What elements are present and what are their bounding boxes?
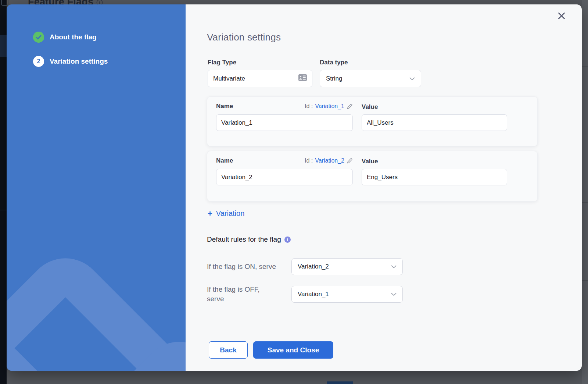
- variation-id-group: Id : Variation_1: [305, 103, 353, 110]
- info-filled-icon: i: [284, 237, 291, 243]
- value-label: Value: [362, 103, 378, 111]
- close-icon: [557, 11, 566, 20]
- chevron-down-icon: [391, 291, 397, 298]
- back-button[interactable]: Back: [209, 341, 248, 359]
- wizard-step-about-the-flag[interactable]: About the flag: [7, 32, 186, 43]
- variation-value-input[interactable]: [362, 169, 507, 185]
- flag-type-value: Multivariate: [213, 75, 245, 82]
- close-button[interactable]: [556, 10, 567, 21]
- rule-off-value: Variation_1: [298, 291, 329, 298]
- chevron-down-icon: [391, 263, 397, 270]
- variation-name-input[interactable]: [216, 114, 353, 131]
- step-label: About the flag: [50, 33, 97, 41]
- flag-type-field: Multivariate: [208, 70, 312, 87]
- name-label: Name: [216, 103, 233, 110]
- edit-id-button[interactable]: [347, 158, 353, 164]
- step-complete-check-icon: [33, 32, 44, 43]
- nav-rail-active-item: [0, 35, 7, 57]
- add-variation-button[interactable]: + Variation: [208, 209, 244, 218]
- rule-flag-on: If the flag is ON, serve Variation_2: [207, 258, 403, 275]
- default-rules-title: Default rules for the flag: [207, 235, 281, 243]
- id-prefix-label: Id :: [305, 103, 313, 110]
- screen: Feature Flags: [0, 0, 588, 384]
- variation-id-link[interactable]: Variation_1: [315, 103, 344, 110]
- default-rules-header: Default rules for the flag i: [207, 235, 291, 243]
- step-number-badge: 2: [33, 56, 44, 67]
- id-prefix-label: Id :: [305, 157, 313, 164]
- data-type-value: String: [326, 75, 342, 82]
- multivariate-card-icon: [298, 74, 307, 83]
- name-label: Name: [216, 157, 233, 164]
- variation-settings-panel: Variation settings Flag Type Data type M…: [186, 4, 582, 371]
- pencil-icon: [347, 158, 353, 164]
- wizard-step-variation-settings[interactable]: 2 Variation settings: [7, 56, 186, 67]
- variation-card-2: Name Id : Variation_2 Value: [207, 151, 538, 202]
- rule-on-select[interactable]: Variation_2: [291, 258, 403, 275]
- save-and-close-button[interactable]: Save and Close: [253, 341, 333, 359]
- variation-id-group: Id : Variation_2: [305, 157, 353, 164]
- add-variation-label: Variation: [216, 209, 244, 218]
- dimmed-table-edge: [582, 0, 588, 384]
- wizard-footer-buttons: Back Save and Close: [209, 341, 333, 359]
- variation-value-input[interactable]: [362, 114, 507, 131]
- dimmed-page-button: [327, 381, 353, 384]
- data-type-select[interactable]: String: [320, 70, 421, 87]
- data-type-label: Data type: [320, 59, 348, 66]
- app-nav-rail-dimmed: [0, 0, 7, 384]
- rule-off-select[interactable]: Variation_1: [291, 286, 403, 303]
- value-label: Value: [362, 158, 378, 165]
- panel-title: Variation settings: [207, 32, 281, 43]
- flag-type-label: Flag Type: [208, 59, 236, 66]
- edit-id-button[interactable]: [347, 103, 353, 110]
- step-label: Variation settings: [50, 57, 108, 65]
- pencil-icon: [347, 103, 353, 110]
- wizard-sidebar: About the flag 2 Variation settings: [7, 4, 186, 371]
- plus-icon: +: [208, 210, 212, 217]
- nav-rail-divider: [0, 210, 7, 210]
- flag-wizard-modal: About the flag 2 Variation settings Vari…: [7, 4, 582, 371]
- variation-id-link[interactable]: Variation_2: [315, 157, 344, 164]
- rule-off-label: If the flag is OFF, serve: [207, 285, 291, 304]
- rule-on-value: Variation_2: [298, 263, 329, 270]
- chevron-down-icon: [409, 75, 415, 82]
- rule-on-label: If the flag is ON, serve: [207, 262, 291, 271]
- variation-card-1: Name Id : Variation_1 Value: [207, 96, 538, 146]
- nav-rail-button: [1, 0, 8, 6]
- variation-name-input[interactable]: [216, 169, 353, 185]
- rule-flag-off: If the flag is OFF, serve Variation_1: [207, 285, 403, 304]
